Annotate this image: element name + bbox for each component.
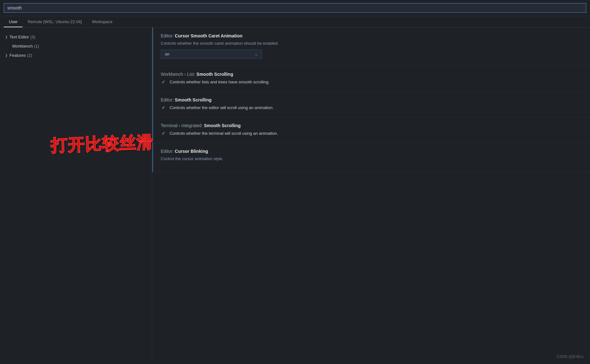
tab-user[interactable]: User	[4, 16, 23, 27]
setting-desc-1: Controls whether the smooth caret animat…	[161, 41, 580, 46]
tab-remote[interactable]: Remote [WSL: Ubuntu-22.04]	[23, 16, 87, 27]
setting-workbench-smooth-scrolling: Workbench › List: Smooth Scrolling ✓ Con…	[152, 66, 590, 92]
sidebar-item-workbench[interactable]: Workbench (1)	[3, 42, 149, 51]
setting-title-3: Editor: Smooth Scrolling	[161, 97, 580, 102]
checkmark-icon-2: ✓	[161, 105, 166, 110]
setting-title-1: Editor: Cursor Smooth Caret Animation	[161, 33, 580, 38]
setting-title-2: Workbench › List: Smooth Scrolling	[161, 72, 580, 77]
setting-editor-smooth-scrolling: Editor: Smooth Scrolling ✓ Controls whet…	[152, 92, 590, 117]
setting-checkbox-2[interactable]: ✓ Controls whether lists and trees have …	[161, 79, 580, 84]
tabs-bar: User Remote [WSL: Ubuntu-22.04] Workspac…	[0, 16, 590, 28]
setting-dropdown-caret[interactable]: on ⌄	[161, 49, 262, 59]
setting-desc-5: Control the cursor animation style.	[161, 156, 580, 161]
tab-workspace[interactable]: Workspace	[87, 16, 118, 27]
chevron-right-icon-2: ❯	[5, 53, 8, 58]
checkmark-icon: ✓	[161, 79, 166, 84]
setting-title-5: Editor: Cursor Blinking	[161, 149, 580, 154]
chevron-right-icon: ❯	[5, 35, 8, 40]
setting-terminal-smooth-scrolling: Terminal › Integrated: Smooth Scrolling …	[152, 117, 590, 143]
sidebar-item-text-editor[interactable]: ❯ Text Editor (3)	[3, 33, 149, 42]
search-input[interactable]	[4, 3, 586, 13]
settings-content: Editor: Cursor Smooth Caret Animation Co…	[152, 28, 590, 363]
setting-cursor-smooth-caret: Editor: Cursor Smooth Caret Animation Co…	[152, 28, 590, 66]
sidebar-item-features[interactable]: ❯ Features (2)	[3, 51, 149, 60]
setting-checkbox-3[interactable]: ✓ Controls whether the editor will scrol…	[161, 105, 580, 110]
setting-checkbox-4[interactable]: ✓ Controls whether the terminal will scr…	[161, 131, 580, 136]
setting-cursor-blinking: Editor: Cursor Blinking Control the curs…	[152, 143, 590, 172]
main-layout: ❯ Text Editor (3) Workbench (1) ❯ Featur…	[0, 28, 590, 363]
checkmark-icon-3: ✓	[161, 131, 166, 136]
sidebar: ❯ Text Editor (3) Workbench (1) ❯ Featur…	[0, 28, 152, 363]
search-bar	[0, 0, 590, 16]
setting-title-4: Terminal › Integrated: Smooth Scrolling	[161, 123, 580, 128]
chevron-down-icon: ⌄	[255, 52, 258, 56]
